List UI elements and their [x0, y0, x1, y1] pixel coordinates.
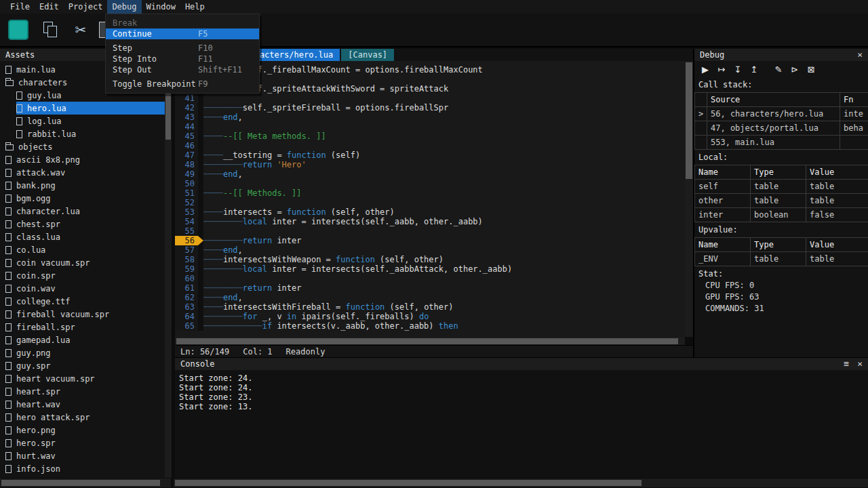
menu-item-project[interactable]: Project — [64, 0, 108, 14]
breakpoint-margin[interactable] — [198, 293, 203, 302]
breakpoint-margin[interactable] — [198, 94, 203, 103]
console-hscrollbar[interactable] — [174, 479, 868, 487]
asset-item-ascii-8x8-png[interactable]: ascii 8x8.png — [0, 153, 165, 166]
cut-icon[interactable]: ✂ — [71, 20, 91, 40]
asset-item-fireball-spr[interactable]: fireball.spr — [0, 321, 165, 333]
line-number-54[interactable]: 54 — [175, 217, 198, 226]
asset-item-hero-png[interactable]: hero.png — [0, 424, 165, 436]
line-number-45[interactable]: 45 — [175, 131, 198, 141]
editor-hscrollbar-thumb[interactable] — [176, 338, 678, 344]
asset-item-character-lua[interactable]: character.lua — [0, 205, 165, 218]
assets-hscrollbar-thumb[interactable] — [1, 480, 160, 486]
asset-item-objects[interactable]: objects — [0, 140, 165, 153]
breakpoint-margin[interactable] — [198, 169, 203, 179]
line-number-61[interactable]: 61 — [175, 283, 198, 293]
code-line-52[interactable]: 52 — [175, 198, 685, 207]
tab-canvas[interactable]: [Canvas] — [341, 49, 394, 61]
breakpoint-margin[interactable] — [198, 226, 203, 236]
app-logo-icon[interactable] — [8, 20, 28, 40]
breakpoint-margin[interactable] — [198, 141, 203, 150]
locals-row[interactable]: interbooleanfalse — [695, 208, 868, 222]
run-to-cursor-button[interactable]: ⊳ — [788, 63, 802, 75]
code-line-46[interactable]: 46 — [175, 141, 685, 150]
line-number-52[interactable]: 52 — [175, 198, 198, 207]
upvalues-row[interactable]: _ENVtabletable — [695, 252, 868, 266]
code-line-44[interactable]: 44 — [175, 122, 685, 131]
asset-item-class-lua[interactable]: class.lua — [0, 230, 165, 243]
breakpoint-margin[interactable] — [198, 113, 203, 122]
line-number-56[interactable]: 56 — [175, 236, 198, 245]
asset-item-guy-spr[interactable]: guy.spr — [0, 359, 165, 372]
line-number-42[interactable]: 42 — [175, 103, 198, 113]
asset-item-rabbit-lua[interactable]: rabbit.lua — [0, 127, 165, 140]
menu-item-edit[interactable]: Edit — [35, 0, 64, 14]
asset-item-info-json[interactable]: info.json — [0, 462, 165, 475]
line-number-46[interactable]: 46 — [175, 141, 198, 150]
breakpoint-margin[interactable] — [198, 245, 203, 255]
code-line-62[interactable]: 62────end, — [175, 293, 685, 302]
asset-item-co-lua[interactable]: co.lua — [0, 243, 165, 256]
asset-item-log-lua[interactable]: log.lua — [0, 115, 165, 127]
breakpoint-margin[interactable] — [198, 236, 203, 245]
line-number-65[interactable]: 65 — [175, 321, 198, 331]
editor-hscrollbar[interactable] — [175, 337, 685, 345]
breakpoint-margin[interactable] — [198, 264, 203, 274]
code-line-56[interactable]: 56────────return inter — [175, 236, 685, 245]
code-line-64[interactable]: 64────────for _, v in ipairs(self._fireb… — [175, 312, 685, 321]
breakpoint-margin[interactable] — [198, 207, 203, 217]
debug-menu-item-step[interactable]: StepF10 — [106, 43, 259, 54]
line-number-48[interactable]: 48 — [175, 160, 198, 169]
asset-item-bgm-ogg[interactable]: bgm.ogg — [0, 192, 165, 205]
breakpoint-margin[interactable] — [198, 321, 203, 331]
code-line-53[interactable]: 53────intersects = function (self, other… — [175, 207, 685, 217]
line-number-60[interactable]: 60 — [175, 274, 198, 283]
line-number-58[interactable]: 58 — [175, 255, 198, 264]
asset-item-chest-spr[interactable]: chest.spr — [0, 218, 165, 230]
asset-item-heart-spr[interactable]: heart.spr — [0, 385, 165, 398]
breakpoint-margin[interactable] — [198, 122, 203, 131]
breakpoint-margin[interactable] — [198, 103, 203, 113]
step-out-button[interactable]: ↥ — [747, 63, 761, 75]
asset-item-heart-wav[interactable]: heart.wav — [0, 398, 165, 411]
edit-breakpoints-button[interactable]: ✎ — [772, 63, 785, 75]
menu-item-help[interactable]: Help — [180, 0, 210, 14]
asset-item-coin-spr[interactable]: coin.spr — [0, 269, 165, 282]
editor-scrollbar-thumb[interactable] — [686, 62, 692, 179]
breakpoint-margin[interactable] — [198, 179, 203, 188]
step-into-button[interactable]: ↧ — [731, 63, 745, 75]
code-line-65[interactable]: 65────────────if intersects(v._aabb, oth… — [175, 321, 685, 331]
code-line-57[interactable]: 57────end, — [175, 245, 685, 255]
code-line-43[interactable]: 43────end, — [175, 113, 685, 122]
debug-menu-item-step-into[interactable]: Step IntoF11 — [106, 54, 259, 64]
step-over-button[interactable]: ↦ — [715, 63, 728, 75]
breakpoint-margin[interactable] — [198, 217, 203, 226]
breakpoint-margin[interactable] — [198, 302, 203, 312]
console-hscrollbar-thumb[interactable] — [175, 480, 642, 486]
asset-item-clipped[interactable] — [0, 475, 165, 478]
asset-item-fireball-vacuum-spr[interactable]: fireball vacuum.spr — [0, 308, 165, 321]
code-line-45[interactable]: 45────--[[ Meta methods. ]] — [175, 131, 685, 141]
code-line-63[interactable]: 63────intersectsWithFireball = function … — [175, 302, 685, 312]
asset-item-attack-wav[interactable]: attack.wav — [0, 166, 165, 179]
line-number-51[interactable]: 51 — [175, 188, 198, 198]
debug-menu-item-break[interactable]: Break — [106, 18, 259, 28]
line-number-43[interactable]: 43 — [175, 113, 198, 122]
asset-item-college-ttf[interactable]: college.ttf — [0, 295, 165, 308]
line-number-47[interactable]: 47 — [175, 150, 198, 160]
debug-menu-item-continue[interactable]: ContinueF5 — [106, 28, 259, 39]
editor-scrollbar[interactable] — [685, 61, 693, 337]
menu-item-window[interactable]: Window — [142, 0, 180, 14]
asset-item-coin-vacuum-spr[interactable]: coin vacuum.spr — [0, 256, 165, 269]
continue-button[interactable]: ▶ — [698, 63, 712, 75]
asset-item-gamepad-lua[interactable]: gamepad.lua — [0, 333, 165, 346]
breakpoint-margin[interactable] — [198, 274, 203, 283]
breakpoint-margin[interactable] — [198, 188, 203, 198]
line-number-64[interactable]: 64 — [175, 312, 198, 321]
line-number-50[interactable]: 50 — [175, 179, 198, 188]
line-number-49[interactable]: 49 — [175, 169, 198, 179]
breakpoint-margin[interactable] — [198, 198, 203, 207]
code-line-47[interactable]: 47────__tostring = function (self) — [175, 150, 685, 160]
asset-item-hero-attack-spr[interactable]: hero attack.spr — [0, 411, 165, 424]
menu-item-file[interactable]: File — [5, 0, 35, 14]
breakpoint-margin[interactable] — [198, 150, 203, 160]
